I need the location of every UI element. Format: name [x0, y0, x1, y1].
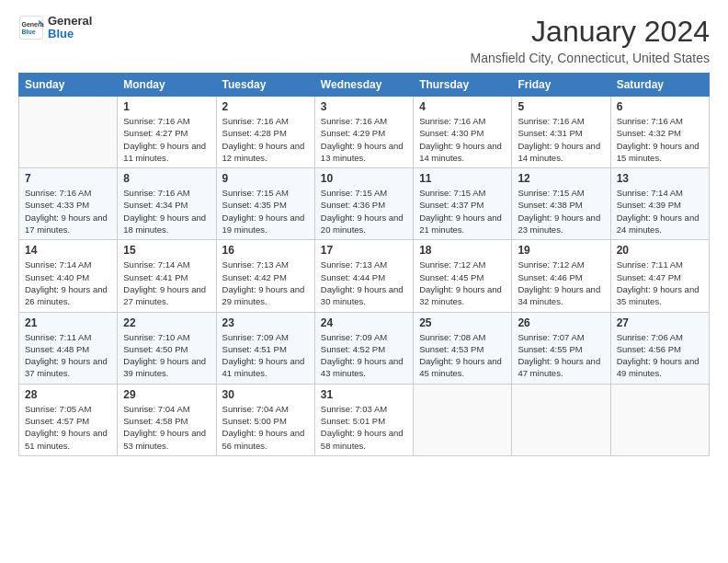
calendar-cell: 13 Sunrise: 7:14 AMSunset: 4:39 PMDaylig…	[610, 168, 709, 240]
calendar-cell: 7 Sunrise: 7:16 AMSunset: 4:33 PMDayligh…	[19, 168, 118, 240]
logo-blue: Blue	[48, 28, 92, 40]
day-of-week-header: Monday	[118, 74, 216, 97]
day-info: Sunrise: 7:12 AMSunset: 4:45 PMDaylight:…	[419, 259, 506, 307]
day-number: 11	[419, 172, 506, 185]
calendar-cell: 31 Sunrise: 7:03 AMSunset: 5:01 PMDaylig…	[314, 384, 413, 455]
calendar-cell: 27 Sunrise: 7:06 AMSunset: 4:56 PMDaylig…	[610, 312, 709, 384]
calendar-cell	[512, 384, 610, 455]
day-info: Sunrise: 7:04 AMSunset: 5:00 PMDaylight:…	[222, 403, 309, 452]
calendar-cell: 4 Sunrise: 7:16 AMSunset: 4:30 PMDayligh…	[414, 97, 512, 168]
calendar-cell: 16 Sunrise: 7:13 AMSunset: 4:42 PMDaylig…	[216, 240, 314, 312]
day-number: 5	[518, 100, 604, 113]
day-info: Sunrise: 7:15 AMSunset: 4:37 PMDaylight:…	[419, 187, 506, 236]
calendar-week-row: 28 Sunrise: 7:05 AMSunset: 4:57 PMDaylig…	[19, 384, 710, 455]
day-number: 26	[518, 316, 604, 329]
calendar-cell: 2 Sunrise: 7:16 AMSunset: 4:28 PMDayligh…	[216, 97, 314, 168]
calendar-cell: 25 Sunrise: 7:08 AMSunset: 4:53 PMDaylig…	[414, 312, 512, 384]
day-number: 7	[25, 172, 111, 185]
day-info: Sunrise: 7:09 AMSunset: 4:51 PMDaylight:…	[222, 331, 309, 380]
day-of-week-header: Thursday	[414, 74, 512, 97]
day-info: Sunrise: 7:13 AMSunset: 4:44 PMDaylight:…	[321, 259, 407, 307]
calendar-cell: 17 Sunrise: 7:13 AMSunset: 4:44 PMDaylig…	[314, 240, 413, 312]
day-info: Sunrise: 7:16 AMSunset: 4:29 PMDaylight:…	[321, 115, 407, 164]
calendar-cell: 12 Sunrise: 7:15 AMSunset: 4:38 PMDaylig…	[512, 168, 610, 240]
calendar-cell: 5 Sunrise: 7:16 AMSunset: 4:31 PMDayligh…	[512, 97, 610, 168]
day-info: Sunrise: 7:12 AMSunset: 4:46 PMDaylight:…	[518, 259, 604, 307]
day-of-week-header: Saturday	[610, 74, 709, 97]
day-info: Sunrise: 7:10 AMSunset: 4:50 PMDaylight:…	[123, 331, 210, 380]
day-number: 27	[617, 316, 703, 329]
calendar-week-row: 21 Sunrise: 7:11 AMSunset: 4:48 PMDaylig…	[19, 312, 710, 384]
day-info: Sunrise: 7:15 AMSunset: 4:36 PMDaylight:…	[321, 187, 407, 236]
svg-text:Blue: Blue	[22, 29, 36, 35]
calendar-table: SundayMondayTuesdayWednesdayThursdayFrid…	[18, 73, 710, 456]
calendar-cell: 30 Sunrise: 7:04 AMSunset: 5:00 PMDaylig…	[216, 384, 314, 455]
day-info: Sunrise: 7:15 AMSunset: 4:35 PMDaylight:…	[222, 187, 309, 236]
day-number: 18	[419, 244, 506, 257]
calendar-cell	[19, 97, 118, 168]
calendar-week-row: 7 Sunrise: 7:16 AMSunset: 4:33 PMDayligh…	[19, 168, 710, 240]
day-of-week-header: Wednesday	[314, 74, 413, 97]
day-number: 8	[123, 172, 210, 185]
calendar-cell: 21 Sunrise: 7:11 AMSunset: 4:48 PMDaylig…	[19, 312, 118, 384]
page-header: General Blue General Blue January 2024 M…	[18, 15, 710, 65]
day-number: 21	[25, 316, 111, 329]
calendar-cell: 28 Sunrise: 7:05 AMSunset: 4:57 PMDaylig…	[19, 384, 118, 455]
day-number: 24	[321, 316, 407, 329]
day-number: 14	[25, 244, 111, 257]
day-info: Sunrise: 7:14 AMSunset: 4:40 PMDaylight:…	[25, 259, 111, 307]
calendar-week-row: 1 Sunrise: 7:16 AMSunset: 4:27 PMDayligh…	[19, 97, 710, 168]
day-of-week-header: Tuesday	[216, 74, 314, 97]
day-info: Sunrise: 7:11 AMSunset: 4:47 PMDaylight:…	[617, 259, 703, 307]
day-number: 15	[123, 244, 210, 257]
logo-text: General Blue	[48, 15, 92, 41]
day-number: 4	[419, 100, 506, 113]
day-number: 29	[123, 388, 210, 401]
calendar-cell: 26 Sunrise: 7:07 AMSunset: 4:55 PMDaylig…	[512, 312, 610, 384]
day-number: 10	[321, 172, 407, 185]
svg-rect-0	[19, 17, 42, 40]
calendar-cell: 3 Sunrise: 7:16 AMSunset: 4:29 PMDayligh…	[314, 97, 413, 168]
day-info: Sunrise: 7:16 AMSunset: 4:32 PMDaylight:…	[617, 115, 703, 164]
day-info: Sunrise: 7:14 AMSunset: 4:41 PMDaylight:…	[123, 259, 210, 307]
calendar-cell: 29 Sunrise: 7:04 AMSunset: 4:58 PMDaylig…	[118, 384, 216, 455]
day-of-week-header: Friday	[512, 74, 610, 97]
day-number: 2	[222, 100, 309, 113]
day-number: 1	[123, 100, 210, 113]
title-block: January 2024 Mansfield City, Connecticut…	[471, 15, 710, 65]
day-number: 6	[617, 100, 703, 113]
day-info: Sunrise: 7:16 AMSunset: 4:27 PMDaylight:…	[123, 115, 210, 164]
day-of-week-header: Sunday	[19, 74, 118, 97]
day-info: Sunrise: 7:08 AMSunset: 4:53 PMDaylight:…	[419, 331, 506, 380]
logo-icon: General Blue	[18, 15, 44, 40]
calendar-header-row: SundayMondayTuesdayWednesdayThursdayFrid…	[19, 74, 710, 97]
calendar-cell: 18 Sunrise: 7:12 AMSunset: 4:45 PMDaylig…	[414, 240, 512, 312]
day-number: 3	[321, 100, 407, 113]
calendar-cell: 1 Sunrise: 7:16 AMSunset: 4:27 PMDayligh…	[118, 97, 216, 168]
day-info: Sunrise: 7:16 AMSunset: 4:31 PMDaylight:…	[518, 115, 604, 164]
day-info: Sunrise: 7:03 AMSunset: 5:01 PMDaylight:…	[321, 403, 407, 452]
calendar-cell	[414, 384, 512, 455]
day-number: 9	[222, 172, 309, 185]
day-info: Sunrise: 7:16 AMSunset: 4:30 PMDaylight:…	[419, 115, 506, 164]
logo: General Blue General Blue	[18, 15, 92, 41]
month-title: January 2024	[471, 15, 710, 49]
day-number: 23	[222, 316, 309, 329]
day-number: 12	[518, 172, 604, 185]
day-number: 31	[321, 388, 407, 401]
day-info: Sunrise: 7:07 AMSunset: 4:55 PMDaylight:…	[518, 331, 604, 380]
day-info: Sunrise: 7:14 AMSunset: 4:39 PMDaylight:…	[617, 187, 703, 236]
calendar-cell	[610, 384, 709, 455]
day-number: 30	[222, 388, 309, 401]
calendar-cell: 11 Sunrise: 7:15 AMSunset: 4:37 PMDaylig…	[414, 168, 512, 240]
day-number: 19	[518, 244, 604, 257]
day-number: 28	[25, 388, 111, 401]
calendar-week-row: 14 Sunrise: 7:14 AMSunset: 4:40 PMDaylig…	[19, 240, 710, 312]
calendar-cell: 6 Sunrise: 7:16 AMSunset: 4:32 PMDayligh…	[610, 97, 709, 168]
day-info: Sunrise: 7:16 AMSunset: 4:33 PMDaylight:…	[25, 187, 111, 236]
logo-general: General	[48, 15, 92, 28]
location: Mansfield City, Connecticut, United Stat…	[471, 51, 710, 65]
day-number: 20	[617, 244, 703, 257]
calendar-cell: 14 Sunrise: 7:14 AMSunset: 4:40 PMDaylig…	[19, 240, 118, 312]
calendar-cell: 23 Sunrise: 7:09 AMSunset: 4:51 PMDaylig…	[216, 312, 314, 384]
